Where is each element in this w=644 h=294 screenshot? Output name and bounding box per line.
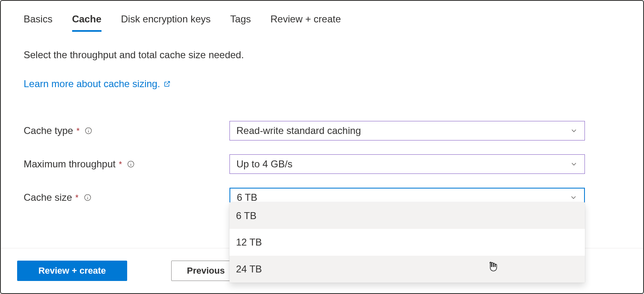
required-marker-icon: *	[75, 192, 79, 203]
select-max-throughput[interactable]: Up to 4 GB/s	[229, 154, 585, 174]
chevron-down-icon	[570, 160, 578, 168]
cache-size-dropdown: 6 TB 12 TB 24 TB	[229, 202, 585, 283]
learn-more-text: Learn more about cache sizing.	[24, 77, 160, 91]
label-max-throughput: Maximum throughput *	[24, 157, 229, 171]
cache-config-panel: Basics Cache Disk encryption keys Tags R…	[0, 0, 644, 294]
label-cache-size: Cache size *	[24, 191, 229, 204]
row-cache-type: Cache type * Read-write standard caching	[24, 121, 620, 140]
wizard-tabs: Basics Cache Disk encryption keys Tags R…	[1, 1, 643, 32]
chevron-down-icon	[570, 127, 578, 135]
tab-disk-encryption[interactable]: Disk encryption keys	[121, 12, 211, 32]
cache-size-option[interactable]: 12 TB	[229, 229, 585, 256]
tab-basics[interactable]: Basics	[24, 12, 53, 32]
svg-point-5	[131, 162, 131, 162]
info-icon[interactable]	[127, 160, 135, 168]
cache-size-option[interactable]: 24 TB	[229, 256, 585, 283]
row-max-throughput: Maximum throughput * Up to 4 GB/s	[24, 154, 620, 174]
tab-cache[interactable]: Cache	[72, 12, 101, 32]
cache-form: Cache type * Read-write standard caching…	[24, 121, 620, 207]
label-cache-size-text: Cache size	[24, 191, 72, 204]
review-create-button[interactable]: Review + create	[17, 261, 127, 281]
chevron-down-icon	[569, 193, 578, 202]
external-link-icon	[163, 80, 171, 88]
cache-description: Select the throughput and total cache si…	[24, 48, 620, 62]
required-marker-icon: *	[76, 125, 79, 136]
select-max-throughput-value: Up to 4 GB/s	[236, 157, 292, 171]
info-icon[interactable]	[84, 127, 93, 135]
select-cache-type[interactable]: Read-write standard caching	[229, 121, 585, 140]
svg-point-2	[88, 129, 89, 129]
cache-size-option[interactable]: 6 TB	[229, 202, 585, 229]
info-icon[interactable]	[84, 193, 92, 202]
label-cache-type: Cache type *	[24, 124, 229, 138]
select-cache-type-value: Read-write standard caching	[236, 124, 361, 138]
tab-review-create[interactable]: Review + create	[271, 12, 341, 32]
learn-more-link[interactable]: Learn more about cache sizing.	[24, 77, 171, 91]
tab-content: Select the throughput and total cache si…	[1, 32, 643, 207]
required-marker-icon: *	[119, 158, 122, 170]
label-cache-type-text: Cache type	[24, 124, 73, 138]
label-max-throughput-text: Maximum throughput	[24, 157, 115, 171]
tab-tags[interactable]: Tags	[230, 12, 251, 32]
svg-point-8	[87, 195, 88, 196]
